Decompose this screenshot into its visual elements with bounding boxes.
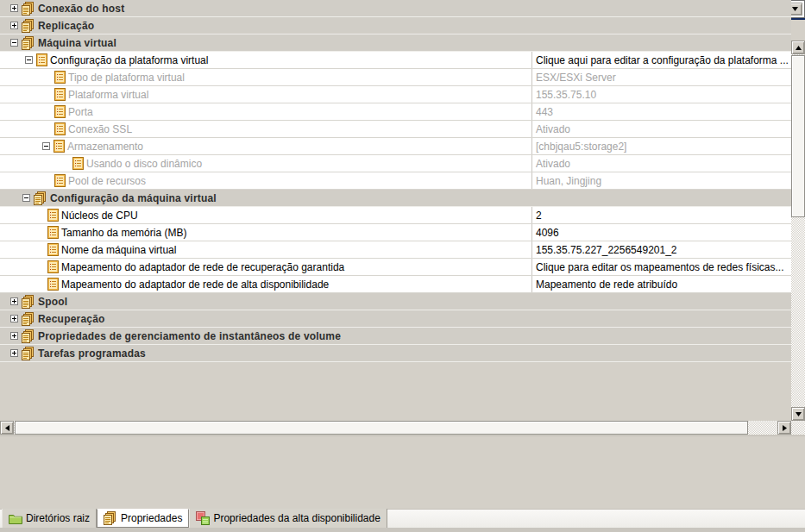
- ha-properties-icon: [196, 511, 210, 525]
- property-label: Mapeamento do adaptador de rede de alta …: [61, 279, 329, 291]
- table-row[interactable]: Nome da máquina virtual155.35.75.227_225…: [0, 241, 791, 259]
- property-cell: Tipo de plataforma virtual: [0, 69, 531, 85]
- table-row[interactable]: Tamanho da memória (MB)4096: [0, 224, 791, 241]
- property-label: Recuperação: [38, 313, 105, 325]
- horizontal-scrollbar[interactable]: [0, 421, 791, 435]
- property-label: Tipo de plataforma virtual: [68, 72, 185, 84]
- folder-icon: [9, 513, 22, 524]
- expand-plus-icon[interactable]: [10, 332, 18, 340]
- property-label: Configuração da máquina virtual: [50, 192, 217, 204]
- value-cell[interactable]: [531, 34, 791, 51]
- value-cell[interactable]: [531, 328, 791, 344]
- table-row[interactable]: Replicação: [0, 17, 791, 34]
- value-cell[interactable]: [531, 190, 791, 206]
- expand-plus-icon[interactable]: [10, 4, 18, 12]
- property-label: Pool de recursos: [68, 175, 146, 187]
- table-row[interactable]: Recuperação: [0, 310, 791, 328]
- property-cell: Armazenamento: [0, 138, 531, 154]
- property-label: Mapeamento do adaptador de rede de recup…: [61, 261, 344, 273]
- scroll-up-button[interactable]: [791, 41, 805, 54]
- value-cell[interactable]: Clique aqui para editar a configuração d…: [531, 52, 791, 68]
- table-row[interactable]: Tipo de plataforma virtualESX/ESXi Serve…: [0, 69, 791, 86]
- scroll-left-button[interactable]: [0, 421, 14, 435]
- collapse-minus-icon[interactable]: [10, 39, 18, 47]
- tabs-container: Diretórios raizPropriedadesPropriedades …: [2, 509, 387, 528]
- table-row[interactable]: Núcleos de CPU2: [0, 207, 791, 224]
- vertical-scrollbar-thumb[interactable]: [791, 55, 805, 217]
- tab-label: Diretórios raiz: [26, 512, 90, 524]
- property-cell: Conexão do host: [0, 0, 531, 16]
- value-cell[interactable]: [531, 0, 791, 16]
- value-cell[interactable]: 443: [531, 103, 791, 120]
- table-row[interactable]: Configuração da plataforma virtualClique…: [0, 52, 791, 69]
- property-label: Tamanho da memória (MB): [61, 227, 186, 239]
- expand-plus-icon[interactable]: [10, 349, 18, 357]
- property-grid-rows: Conexão do hostReplicaçãoMáquina virtual…: [0, 0, 791, 362]
- collapse-minus-icon[interactable]: [42, 142, 50, 150]
- tab-label: Propriedades: [121, 512, 182, 524]
- expand-plus-icon[interactable]: [10, 315, 18, 322]
- value-cell[interactable]: Ativado: [531, 121, 791, 137]
- property-cell: Replicação: [0, 17, 531, 34]
- scroll-right-button[interactable]: [777, 421, 791, 435]
- horizontal-scrollbar-thumb[interactable]: [15, 421, 748, 435]
- table-row[interactable]: Máquina virtual: [0, 34, 791, 52]
- value-cell[interactable]: 155.35.75.227_2256549201_2: [531, 241, 791, 258]
- property-doc-icon: [47, 278, 59, 291]
- table-row[interactable]: Armazenamento[chbjqau5:storage2]: [0, 138, 791, 155]
- property-label: Propriedades de gerenciamento de instant…: [38, 330, 341, 342]
- value-cell[interactable]: [531, 293, 791, 310]
- property-label: Conexão SSL: [68, 123, 132, 135]
- property-cell: Plataforma virtual: [0, 86, 531, 103]
- collapse-minus-icon[interactable]: [22, 194, 30, 202]
- property-doc-icon: [54, 174, 66, 187]
- table-row[interactable]: Porta443: [0, 103, 791, 121]
- table-row[interactable]: Tarefas programadas: [0, 345, 791, 362]
- tab-diret-rios-raiz[interactable]: Diretórios raiz: [2, 509, 97, 528]
- value-cell[interactable]: Mapeamento de rede atribuído: [531, 276, 791, 292]
- table-row[interactable]: Mapeamento do adaptador de rede de recup…: [0, 259, 791, 276]
- value-cell[interactable]: [531, 345, 791, 361]
- property-cell: Tamanho da memória (MB): [0, 224, 531, 241]
- expand-plus-icon[interactable]: [10, 22, 18, 29]
- table-row[interactable]: Conexão SSLAtivado: [0, 121, 791, 138]
- value-cell[interactable]: [531, 17, 791, 34]
- table-row[interactable]: Propriedades de gerenciamento de instant…: [0, 328, 791, 345]
- scroll-down-button[interactable]: [791, 407, 805, 421]
- property-cell: Nome da máquina virtual: [0, 241, 531, 258]
- value-cell[interactable]: 155.35.75.10: [531, 86, 791, 103]
- table-row[interactable]: Mapeamento do adaptador de rede de alta …: [0, 276, 791, 293]
- vertical-scrollbar[interactable]: [791, 41, 805, 421]
- value-cell[interactable]: ESX/ESXi Server: [531, 69, 791, 85]
- property-doc-icon: [72, 157, 84, 170]
- scrollbar-corner: [791, 421, 805, 435]
- stacked-pages-icon: [22, 329, 35, 343]
- table-row[interactable]: Conexão do host: [0, 0, 791, 17]
- property-cell: Configuração da máquina virtual: [0, 190, 531, 206]
- expand-plus-icon[interactable]: [10, 297, 18, 305]
- property-cell: Núcleos de CPU: [0, 207, 531, 223]
- property-label: Armazenamento: [67, 141, 143, 153]
- table-row[interactable]: Plataforma virtual155.35.75.10: [0, 86, 791, 103]
- table-row[interactable]: Pool de recursosHuan, Jingjing: [0, 172, 791, 190]
- value-cell[interactable]: [chbjqau5:storage2]: [531, 138, 791, 154]
- collapse-minus-icon[interactable]: [25, 56, 33, 64]
- table-row[interactable]: Spool: [0, 293, 791, 310]
- property-doc-icon: [47, 243, 59, 256]
- property-doc-icon: [47, 226, 59, 239]
- value-cell[interactable]: [531, 310, 791, 327]
- value-cell[interactable]: 4096: [531, 224, 791, 241]
- property-label: Porta: [68, 106, 93, 118]
- stacked-pages-icon: [22, 2, 35, 16]
- value-cell[interactable]: Clique para editar os mapeamentos de red…: [531, 259, 791, 275]
- table-row[interactable]: Usando o disco dinâmicoAtivado: [0, 155, 791, 172]
- table-row[interactable]: Configuração da máquina virtual: [0, 190, 791, 207]
- property-doc-icon: [54, 88, 66, 101]
- stacked-pages-icon: [22, 36, 35, 50]
- tab-propriedades-da-alta-disponibilidade[interactable]: Propriedades da alta disponibilidade: [189, 509, 387, 528]
- tab-propriedades[interactable]: Propriedades: [97, 509, 189, 528]
- value-cell[interactable]: Huan, Jingjing: [531, 172, 791, 189]
- value-cell[interactable]: Ativado: [531, 155, 791, 172]
- value-cell[interactable]: 2: [531, 207, 791, 223]
- property-label: Nome da máquina virtual: [61, 244, 176, 256]
